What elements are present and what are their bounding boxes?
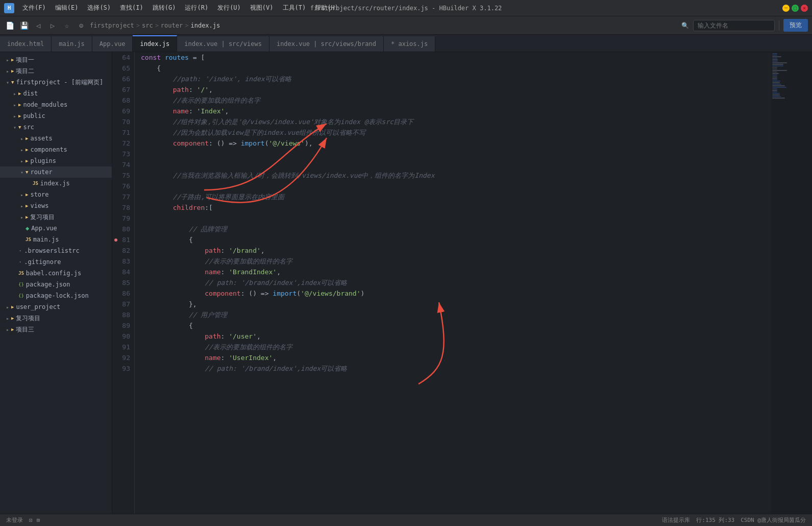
sidebar-item-proj1[interactable]: ▸▶项目一 [0, 54, 112, 65]
code-token: = [ [189, 54, 205, 61]
menu-item[interactable]: 编辑(E) [51, 3, 83, 13]
code-token: '@/views/brand' [301, 290, 360, 297]
minimap-line [772, 73, 779, 74]
tree-file-icon: ▶ [18, 91, 21, 96]
line-number: 66 [112, 74, 134, 84]
breadcrumb-file[interactable]: index.js [190, 22, 220, 29]
code-token [141, 139, 173, 147]
editor-tab[interactable]: index.vue | src/views [177, 36, 269, 52]
sidebar-item-proj2[interactable]: ▸▶项目二 [0, 65, 112, 77]
breadcrumb-router[interactable]: router [161, 22, 183, 29]
tree-label: 项目一 [16, 56, 34, 64]
sidebar-item-public[interactable]: ▸▶public [0, 110, 112, 122]
breadcrumb-sep1: > [136, 22, 140, 29]
new-file-icon[interactable]: 📄 [4, 20, 15, 31]
tree-file-icon: ◆ [26, 225, 29, 232]
code-token: const [141, 54, 161, 61]
minimap-line [772, 71, 777, 73]
menu-item[interactable]: 工具(T) [279, 3, 310, 13]
sidebar-item-assets[interactable]: ▸▶assets [0, 133, 112, 144]
editor-area: 6465666768697071727374757677787980818283… [112, 52, 812, 514]
line-number: 70 [112, 116, 134, 127]
editor-tab[interactable]: main.js [52, 36, 92, 52]
tree-file-icon: {} [18, 282, 24, 287]
editor-tab[interactable]: index.js [133, 35, 177, 52]
sidebar-item-user_project[interactable]: ▸▶user_project [0, 301, 112, 313]
login-status[interactable]: 未登录 [6, 516, 23, 524]
sidebar-item-index.js[interactable]: JSindex.js [0, 178, 112, 189]
breadcrumb-project[interactable]: firstproject [90, 22, 134, 29]
sidebar-item-store[interactable]: ▸▶store [0, 189, 112, 200]
menu-item[interactable]: 选择(S) [83, 3, 115, 13]
breadcrumb-src[interactable]: src [142, 22, 153, 29]
code-line [135, 181, 771, 192]
tree-label: babel.config.js [26, 270, 81, 277]
sidebar-item-dist[interactable]: ▸▶dist [0, 88, 112, 99]
code-token: 'Index' [197, 107, 225, 115]
code-line: name: 'BrandIndex', [135, 267, 771, 277]
close-button[interactable]: ✕ [801, 5, 808, 12]
editor-tab[interactable]: index.html [0, 36, 52, 52]
sidebar-item-plugins[interactable]: ▸▶plugins [0, 155, 112, 166]
search-input[interactable] [693, 20, 775, 31]
tree-arrow: ▸ [4, 68, 11, 74]
menu-item[interactable]: 运行(R) [181, 3, 212, 13]
bookmark-icon[interactable]: ☆ [61, 20, 72, 31]
line-number: 85 [112, 277, 134, 288]
tree-file-icon: ▶ [11, 68, 14, 74]
sidebar-item-复习项目2[interactable]: ▸▶复习项目 [0, 313, 112, 324]
statusbar-left: 未登录 ⊡ ⊞ [6, 516, 40, 524]
sidebar-item-components[interactable]: ▸▶components [0, 144, 112, 155]
code-line: path: '/', [135, 84, 771, 95]
back-icon[interactable]: ◁ [33, 20, 44, 31]
history-icon[interactable]: ⊙ [76, 20, 87, 31]
menu-item[interactable]: 跳转(G) [149, 3, 180, 13]
menu-item[interactable]: 发行(U) [213, 3, 245, 13]
sidebar-item-views[interactable]: ▸▶views [0, 200, 112, 211]
tree-label: main.js [33, 236, 59, 243]
code-line: name: 'UserIndex', [135, 352, 771, 363]
tree-file-icon: ▶ [26, 147, 28, 152]
line-numbers: 6465666768697071727374757677787980818283… [112, 52, 135, 514]
sidebar-item-proj3[interactable]: ▸▶项目三 [0, 324, 112, 335]
minimap-line [772, 70, 787, 71]
sidebar-item-main.js[interactable]: JSmain.js [0, 234, 112, 245]
sidebar-item-browserslistrc[interactable]: ·.browserslistrc [0, 245, 112, 256]
sidebar-item-node_modules[interactable]: ▸▶node_modules [0, 99, 112, 110]
sidebar-item-babel.config.js[interactable]: JSbabel.config.js [0, 268, 112, 279]
tree-file-icon: JS [18, 271, 24, 276]
minimize-button[interactable]: ─ [782, 5, 790, 12]
line-number: 68 [112, 95, 134, 106]
editor-tab[interactable]: index.vue | src/views/brand [269, 36, 384, 52]
code-token: , [273, 354, 277, 362]
sidebar-item-package.json[interactable]: {}package.json [0, 279, 112, 290]
code-content[interactable]: const routes = [ { //path: '/index', ind… [135, 52, 771, 514]
tree-arrow: ▸ [18, 203, 26, 209]
minimap-line [772, 59, 778, 60]
menu-item[interactable]: 文件(F) [18, 3, 50, 13]
preview-button[interactable]: 预览 [783, 19, 808, 32]
tree-file-icon: · [18, 247, 22, 254]
code-line: //表示的要加载的组件的名字 [135, 256, 771, 267]
code-token: , [257, 332, 261, 340]
tree-label: .gitignore [24, 258, 61, 266]
sidebar-item-package-lock.json[interactable]: {}package-lock.json [0, 290, 112, 301]
line-number: 69 [112, 106, 134, 116]
sidebar-item-firstproject[interactable]: ▾▼firstproject - [前端网页] [0, 77, 112, 88]
minimap-line [772, 55, 777, 56]
sidebar-item-gitignore[interactable]: ·.gitignore [0, 256, 112, 268]
sidebar-item-src[interactable]: ▾▼src [0, 122, 112, 133]
line-number: 73 [112, 149, 134, 159]
editor-tab[interactable]: App.vue [92, 36, 133, 52]
editor-tab[interactable]: * axios.js [384, 36, 435, 52]
sidebar-item-router[interactable]: ▾▼router [0, 166, 112, 178]
menu-item[interactable]: 查找(I) [116, 3, 147, 13]
code-token: , [225, 107, 229, 115]
menu-item[interactable]: 视图(V) [246, 3, 278, 13]
maximize-button[interactable]: □ [792, 5, 799, 12]
tree-arrow: ▸ [4, 57, 11, 63]
forward-icon[interactable]: ▷ [47, 20, 58, 31]
save-icon[interactable]: 💾 [18, 20, 30, 31]
sidebar-item-复习项目[interactable]: ▸▶复习项目 [0, 211, 112, 223]
sidebar-item-App.vue[interactable]: ◆App.vue [0, 223, 112, 234]
